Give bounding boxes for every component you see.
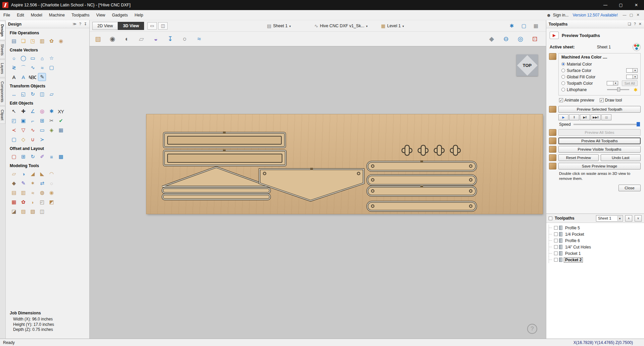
toolpath-name[interactable]: Pocket 2 — [564, 257, 583, 263]
mitre-tool-icon[interactable]: ▽ — [19, 126, 27, 134]
menu-item[interactable]: File — [0, 11, 13, 19]
zoom-window-icon[interactable]: ◎ — [515, 34, 525, 44]
text-tool-icon[interactable]: A — [10, 73, 18, 81]
side-tab[interactable]: Design — [0, 21, 5, 40]
machined-color-option[interactable]: Global Fill Color Set All — [561, 74, 638, 80]
validate-tool-icon[interactable]: ✔ — [57, 117, 65, 125]
auto-hide-icon[interactable]: ≫ — [73, 22, 77, 26]
fade-relief-icon[interactable]: ◩ — [47, 198, 55, 206]
bitmap-trace-tool-icon[interactable]: ▦ — [57, 126, 65, 134]
clip-relief-icon[interactable]: ▨ — [19, 207, 27, 216]
toolpath-checkbox[interactable] — [554, 258, 558, 262]
set-position-tool-icon[interactable]: ◱ — [19, 90, 27, 98]
menu-item[interactable]: Model — [28, 11, 46, 19]
clipart-sphere-icon[interactable]: ◉ — [57, 37, 65, 45]
color-swatch[interactable] — [626, 68, 633, 73]
dimension-tool-icon[interactable]: ◎ — [38, 107, 46, 115]
preview-option-checkbox[interactable]: Animate preview — [559, 98, 594, 103]
offset-model-icon[interactable]: ◉ — [47, 189, 55, 197]
arc-tool-icon[interactable]: ⌒ — [19, 64, 27, 72]
toolpath-checkbox[interactable] — [554, 239, 558, 242]
copy-along-curve-tool-icon[interactable]: ✐ — [38, 153, 46, 161]
vector-boundary-tool-icon[interactable]: ▢ — [47, 64, 55, 72]
create-shape-icon[interactable]: ◑ — [19, 170, 27, 178]
freehand-tool-icon[interactable]: ≈ — [38, 64, 46, 72]
help-icon[interactable]: ? — [634, 22, 636, 26]
color-palette-icon[interactable]: ◒ — [151, 34, 161, 44]
active-file-selector[interactable]: ∿ Hive CNC DXF v1_Sk... — [314, 23, 368, 29]
speed-slider[interactable] — [573, 124, 640, 125]
menu-item[interactable]: View — [93, 11, 109, 19]
move-tool-icon[interactable]: ↔ — [10, 90, 18, 98]
side-tab[interactable]: Layers — [0, 60, 5, 77]
side-tab[interactable]: Components — [0, 78, 5, 106]
draw-tool-icon[interactable]: ✎ — [38, 73, 46, 81]
auto-text-tool-icon[interactable]: ABC — [29, 73, 37, 81]
reset-preview-button[interactable]: Reset Preview — [558, 154, 599, 161]
zoom-out-icon[interactable]: ⊖ — [501, 34, 511, 44]
material-boundary-icon[interactable]: ○ — [180, 34, 190, 44]
set-all-button[interactable]: Set All — [622, 80, 638, 86]
checkbox-box[interactable] — [559, 98, 563, 102]
add-zero-plane-icon[interactable]: ▱ — [10, 170, 18, 178]
color-swatch-dropdown[interactable] — [626, 75, 638, 79]
toolpath-item[interactable]: 1/4" Cut Holes — [549, 244, 644, 250]
weld-tool-icon[interactable]: ◈ — [47, 126, 55, 134]
chevron-down-icon[interactable] — [613, 81, 618, 85]
circular-copy-tool-icon[interactable]: ↻ — [29, 153, 37, 161]
toolpath-item[interactable]: Pocket 2 — [549, 257, 644, 263]
swap-sides-icon[interactable]: ⇄ — [38, 179, 46, 187]
new-drawing-icon[interactable]: ▤ — [10, 37, 18, 45]
split-model-icon[interactable]: ▧ — [29, 207, 37, 216]
menu-item[interactable]: Gadgets — [108, 11, 131, 19]
select-tool-icon[interactable]: ↖ — [10, 107, 18, 115]
merge-components-icon[interactable]: ◫ — [38, 207, 46, 216]
import-file-icon[interactable]: ◳ — [29, 37, 37, 45]
save-preview-image-button[interactable]: Save Preview Image — [558, 163, 641, 169]
sheet-selector[interactable]: ▤ Sheet 1 — [267, 23, 291, 29]
text-layout-tool-icon[interactable]: ≡ — [47, 153, 55, 161]
gadgets-icon[interactable]: ✿ — [47, 37, 55, 45]
unwrap-icon[interactable]: ▤ — [10, 189, 18, 197]
scale-model-icon[interactable]: ◗ — [29, 198, 37, 206]
machined-color-option[interactable]: Surface Color Set All — [561, 67, 638, 74]
orbit-view-icon[interactable]: ◉ — [107, 34, 118, 44]
radio-icon[interactable] — [561, 81, 565, 85]
machined-color-option[interactable]: Material Color Set All — [561, 61, 638, 67]
slider-thumb[interactable] — [637, 122, 640, 126]
flower-component-icon[interactable]: ✿ — [19, 198, 27, 206]
circle-tool-icon[interactable]: ○ — [10, 54, 18, 62]
nesting-tool-icon[interactable]: ▩ — [57, 153, 65, 161]
chevron-down-icon[interactable] — [633, 68, 638, 73]
machined-color-option[interactable]: Lithophane Set All — [561, 86, 638, 93]
color-swatch-dropdown[interactable] — [607, 81, 618, 85]
rounding-tool-icon[interactable]: ▢ — [10, 136, 18, 144]
grid-toggle-icon[interactable]: ▦ — [532, 22, 540, 30]
view-tab[interactable]: 3D View — [118, 22, 144, 30]
toolpath-drawing-icon[interactable]: ≈ — [194, 34, 204, 44]
toolpath-item[interactable]: Pocket 1 — [549, 250, 644, 257]
run-to-end-button[interactable]: ▶▶‖ — [591, 114, 601, 120]
preview-all-toolpaths-button[interactable]: Preview All Toolpaths — [558, 138, 641, 144]
mirror-model-icon[interactable]: ◰ — [38, 198, 46, 206]
offset-tool-icon[interactable]: ◰ — [10, 117, 18, 125]
text-on-curve-tool-icon[interactable]: A — [19, 73, 27, 81]
two-rail-sweep-icon[interactable]: ◢ — [29, 170, 37, 178]
join-tool-icon[interactable]: ≺ — [10, 126, 18, 134]
shading-icon[interactable]: ◐ — [122, 34, 132, 44]
panel-minimize-icon[interactable]: — — [622, 13, 627, 17]
move-up-button[interactable]: ∧ — [625, 215, 632, 222]
machined-color-option[interactable]: Toolpath Color Set All — [561, 80, 638, 86]
help-button[interactable]: ? — [527, 324, 537, 334]
step-forward-button[interactable]: ▶‖ — [580, 114, 590, 120]
color-swatch-dropdown[interactable] — [626, 68, 638, 73]
dock-panel-icon[interactable]: ❏ — [628, 22, 631, 26]
measure-tool-icon[interactable]: ∠ — [29, 107, 37, 115]
node-edit-tool-icon[interactable]: ✚ — [19, 107, 27, 115]
slice-icon[interactable]: ▥ — [19, 189, 27, 197]
rectangle-tool-icon[interactable]: ▭ — [29, 54, 37, 62]
lithophane-slider[interactable] — [607, 89, 629, 90]
star-tool-icon[interactable]: ☆ — [47, 54, 55, 62]
sign-in-link[interactable]: ☻ Sign in... — [546, 12, 568, 18]
chevron-down-icon[interactable] — [633, 75, 638, 79]
